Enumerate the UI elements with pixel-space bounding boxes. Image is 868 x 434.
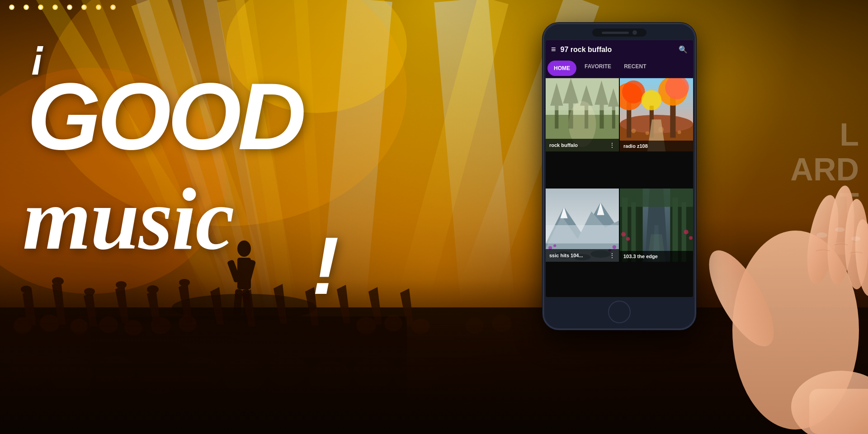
tab-home[interactable]: HOME [547, 61, 576, 76]
more-icon-1[interactable]: ⋮ [609, 142, 615, 149]
svg-point-105 [613, 245, 616, 249]
station-card-1[interactable]: rock buffalo ⋮ [546, 78, 619, 151]
station-label-bar-2: radio z108 [620, 141, 693, 151]
stations-grid: rock buffalo ⋮ [546, 78, 693, 297]
svg-point-88 [642, 90, 662, 110]
station-card-2[interactable]: radio z108 [620, 78, 693, 151]
side-letter-l: L [790, 118, 859, 152]
station-card-4[interactable]: 103.3 the edge [620, 189, 693, 262]
light-dot [9, 5, 14, 10]
station-label-bar-3: ssic hits 104... ⋮ [546, 249, 619, 262]
side-sign-text: L ARD T [790, 118, 859, 222]
phone-frame: ≡ 97 rock buffalo 🔍 HOME FAVORITE RECENT [542, 23, 696, 330]
svg-point-104 [553, 245, 556, 247]
station-name-3: ssic hits 104... [549, 253, 583, 258]
tab-favorite[interactable]: FAVORITE [578, 59, 618, 78]
phone-hand-area: ≡ 97 rock buffalo 🔍 HOME FAVORITE RECENT [461, 0, 778, 434]
app-header: ≡ 97 rock buffalo 🔍 [546, 40, 693, 59]
phone-home-button[interactable] [608, 301, 631, 323]
menu-icon[interactable]: ≡ [551, 45, 556, 54]
side-text-ard: ARD [790, 152, 859, 187]
station-name-2: radio z108 [623, 143, 648, 149]
light-dot [24, 5, 29, 10]
app-title-text: 97 rock buffalo [561, 46, 674, 54]
station-name-4: 103.3 the edge [623, 254, 658, 259]
front-camera-icon [632, 30, 637, 35]
light-dot [67, 5, 72, 10]
svg-point-92 [678, 130, 681, 134]
svg-rect-99 [546, 225, 619, 244]
light-dot [81, 5, 87, 10]
app-nav: HOME FAVORITE RECENT [546, 59, 693, 78]
light-dot [110, 5, 116, 10]
search-icon[interactable]: 🔍 [679, 45, 688, 54]
svg-point-89 [631, 128, 636, 133]
more-icon-3[interactable]: ⋮ [609, 252, 615, 259]
svg-point-119 [621, 232, 626, 236]
svg-point-90 [646, 131, 649, 135]
station-label-bar-1: rock buffalo ⋮ [546, 139, 619, 151]
svg-point-121 [684, 230, 689, 234]
station-name-1: rock buffalo [549, 142, 578, 148]
tab-recent[interactable]: RECENT [618, 59, 652, 78]
svg-point-120 [626, 237, 630, 241]
side-letter-t: T [790, 187, 859, 222]
light-dot [96, 5, 101, 10]
station-card-3[interactable]: ssic hits 104... ⋮ [546, 189, 619, 262]
stage-lights [0, 0, 434, 36]
speaker-grill [602, 32, 629, 34]
station-label-bar-4: 103.3 the edge [620, 251, 693, 262]
svg-point-122 [689, 236, 693, 240]
light-dot [52, 5, 58, 10]
phone-top-bar [592, 28, 646, 37]
phone-screen: ≡ 97 rock buffalo 🔍 HOME FAVORITE RECENT [546, 40, 693, 297]
light-dot [38, 5, 43, 10]
ray-3 [321, 0, 392, 305]
